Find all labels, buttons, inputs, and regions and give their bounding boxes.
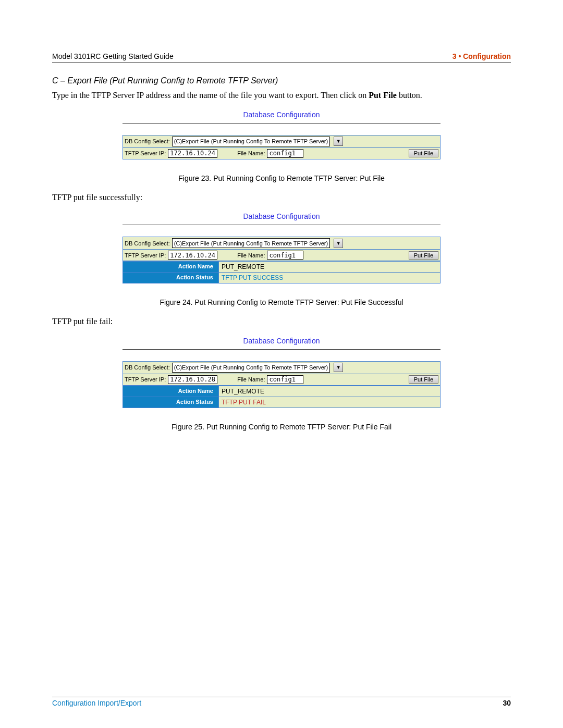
tftp-ip-label: TFTP Server IP: <box>125 376 166 382</box>
figure-24-caption: Figure 24. Put Running Config to Remote … <box>52 298 511 306</box>
db-config-select[interactable]: (C)Export File (Put Running Config To Re… <box>172 238 330 248</box>
file-name-input[interactable] <box>267 149 303 158</box>
action-status-value: TFTP PUT FAIL <box>219 397 440 408</box>
page-number: 30 <box>503 699 511 707</box>
fail-paragraph: TFTP put file fail: <box>52 316 511 327</box>
db-select-value: (C)Export File (Put Running Config To Re… <box>174 364 328 371</box>
intro-text-before: Type in the TFTP Server IP address and t… <box>52 91 369 100</box>
page-footer: Configuration Import/Export 30 <box>52 697 511 707</box>
action-status-label: Action Status <box>123 273 219 283</box>
header-right: 3 • Configuration <box>452 52 511 60</box>
action-status-row: Action Status TFTP PUT FAIL <box>123 397 440 408</box>
db-config-select[interactable]: (C)Export File (Put Running Config To Re… <box>172 137 330 146</box>
db-config-table: DB Config Select: (C)Export File (Put Ru… <box>123 135 440 159</box>
db-config-select[interactable]: (C)Export File (Put Running Config To Re… <box>172 363 330 373</box>
action-status-value: TFTP PUT SUCCESS <box>219 273 440 283</box>
db-ip-row: TFTP Server IP: File Name: Put File <box>123 250 440 261</box>
db-config-title: Database Configuration <box>123 337 440 350</box>
db-select-label: DB Config Select: <box>125 138 170 144</box>
action-name-row: Action Name PUT_REMOTE <box>123 261 440 272</box>
tftp-ip-label: TFTP Server IP: <box>125 150 166 156</box>
db-ip-row: TFTP Server IP: File Name: Put File <box>123 148 440 159</box>
intro-paragraph: Type in the TFTP Server IP address and t… <box>52 90 511 101</box>
chevron-down-icon[interactable]: ▼ <box>334 363 343 372</box>
action-name-value: PUT_REMOTE <box>219 262 440 272</box>
chevron-down-icon[interactable]: ▼ <box>334 239 343 248</box>
success-paragraph: TFTP put file successfully: <box>52 192 511 203</box>
put-file-button[interactable]: Put File <box>409 251 438 260</box>
file-name-label: File Name: <box>237 252 265 258</box>
action-status-label: Action Status <box>123 397 219 408</box>
action-name-label: Action Name <box>123 386 219 397</box>
file-name-label: File Name: <box>237 150 265 156</box>
db-config-title: Database Configuration <box>123 110 440 124</box>
file-name-input[interactable] <box>267 375 303 384</box>
file-name-input[interactable] <box>267 251 303 260</box>
db-select-label: DB Config Select: <box>125 364 170 371</box>
db-ip-row: TFTP Server IP: File Name: Put File <box>123 374 440 386</box>
file-name-label: File Name: <box>237 376 265 382</box>
header-left: Model 3101RC Getting Started Guide <box>52 52 174 60</box>
figure-25-caption: Figure 25. Put Running Config to Remote … <box>52 423 511 431</box>
action-name-label: Action Name <box>123 262 219 272</box>
db-config-table: DB Config Select: (C)Export File (Put Ru… <box>123 237 440 283</box>
tftp-ip-input[interactable] <box>168 251 217 260</box>
db-select-label: DB Config Select: <box>125 240 170 246</box>
intro-bold: Put File <box>369 91 397 100</box>
put-file-button[interactable]: Put File <box>409 375 438 384</box>
db-config-title: Database Configuration <box>123 212 440 225</box>
chevron-down-icon[interactable]: ▼ <box>334 137 343 146</box>
page-header: Model 3101RC Getting Started Guide 3 • C… <box>52 52 511 63</box>
figure-24: Database Configuration DB Config Select:… <box>123 212 440 283</box>
action-name-value: PUT_REMOTE <box>219 386 440 397</box>
figure-23-caption: Figure 23. Put Running Config to Remote … <box>52 174 511 182</box>
db-select-row: DB Config Select: (C)Export File (Put Ru… <box>123 237 440 250</box>
db-select-value: (C)Export File (Put Running Config To Re… <box>174 240 328 246</box>
figure-23: Database Configuration DB Config Select:… <box>123 110 440 159</box>
tftp-ip-input[interactable] <box>168 149 217 158</box>
tftp-ip-input[interactable] <box>168 375 217 384</box>
intro-text-after: button. <box>397 91 422 100</box>
tftp-ip-label: TFTP Server IP: <box>125 252 166 258</box>
db-select-row: DB Config Select: (C)Export File (Put Ru… <box>123 135 440 148</box>
section-title: C – Export File (Put Running Config to R… <box>52 76 511 85</box>
footer-left: Configuration Import/Export <box>52 699 141 707</box>
action-name-row: Action Name PUT_REMOTE <box>123 386 440 397</box>
figure-25: Database Configuration DB Config Select:… <box>123 337 440 408</box>
db-config-table: DB Config Select: (C)Export File (Put Ru… <box>123 361 440 408</box>
db-select-value: (C)Export File (Put Running Config To Re… <box>174 138 328 144</box>
db-select-row: DB Config Select: (C)Export File (Put Ru… <box>123 362 440 374</box>
action-status-row: Action Status TFTP PUT SUCCESS <box>123 272 440 283</box>
put-file-button[interactable]: Put File <box>409 149 438 157</box>
